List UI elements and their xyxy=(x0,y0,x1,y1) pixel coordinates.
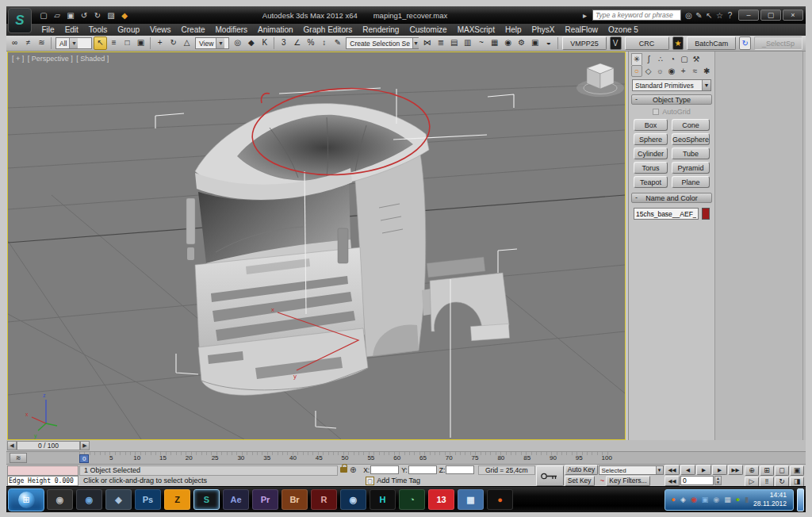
origin-tray-icon[interactable]: ● xyxy=(672,496,676,504)
undo-icon[interactable]: ↺ xyxy=(79,11,90,20)
timeline-tick[interactable]: 35 xyxy=(263,454,270,463)
after-effects-icon[interactable]: Ae xyxy=(223,489,249,510)
selection-lock-icon[interactable] xyxy=(340,467,347,473)
modify-tab-icon[interactable]: ʃ xyxy=(643,53,654,65)
menu-item[interactable]: MAXScript xyxy=(452,25,500,34)
nvidia-tray-icon[interactable]: ● xyxy=(736,496,740,504)
new-scene-icon[interactable]: ▢ xyxy=(38,11,49,20)
chevron-down-icon[interactable]: ▼ xyxy=(412,38,419,48)
show-desktop-button[interactable] xyxy=(797,488,804,511)
update-tray-icon[interactable]: ◉ xyxy=(691,496,697,504)
render-production-icon[interactable]: ◒ xyxy=(542,36,555,50)
batchcam-button[interactable]: BatchCam xyxy=(687,36,736,50)
taskbar-clock[interactable]: 14:41 28.11.2012 xyxy=(753,491,787,509)
go-to-start-button[interactable]: ◀◀ xyxy=(665,465,680,475)
listener-macro-line[interactable] xyxy=(7,465,79,476)
zoom-icon[interactable]: ⊕ xyxy=(745,465,759,476)
current-frame-field[interactable] xyxy=(680,476,714,485)
helpers-category-icon[interactable]: + xyxy=(678,65,689,77)
favorites-icon[interactable]: ☆ xyxy=(714,11,725,20)
photoshop-icon[interactable]: Ps xyxy=(135,489,161,510)
layer-manager-icon[interactable]: ▤ xyxy=(447,36,461,50)
3dsmax-taskbar-icon[interactable]: S xyxy=(193,489,220,510)
mirror-icon[interactable]: ⋈ xyxy=(420,36,434,50)
origin-icon[interactable]: ● xyxy=(487,489,513,510)
timeline-tick[interactable]: 65 xyxy=(419,454,427,463)
x-coordinate-field[interactable] xyxy=(370,465,399,474)
timeline-tick[interactable]: 55 xyxy=(367,454,374,463)
houdini-app-icon[interactable]: H xyxy=(370,489,396,510)
red-app-icon[interactable]: R xyxy=(311,489,337,510)
crc-button[interactable]: CRC xyxy=(625,36,669,50)
primitive-button[interactable]: Tube xyxy=(672,147,710,159)
set-key-button[interactable]: Set Key xyxy=(565,476,595,486)
menu-item[interactable]: Rendering xyxy=(358,25,404,34)
chevron-down-icon[interactable]: ▼ xyxy=(216,38,224,48)
track-bar[interactable]: ≋ 05101520253035404550556065707580859095… xyxy=(6,451,806,464)
open-file-icon[interactable]: ▱ xyxy=(52,11,63,20)
select-and-manipulate-icon[interactable]: ◆ xyxy=(244,36,258,50)
utilities-tab-icon[interactable]: ⚒ xyxy=(691,53,702,65)
display-tray-icon[interactable]: ▣ xyxy=(702,496,709,504)
mini-curve-editor-button[interactable]: ≋ xyxy=(10,453,27,463)
truck-cab-model[interactable] xyxy=(186,104,510,396)
snap-toggle-3d-icon[interactable]: 3 xyxy=(277,36,290,50)
create-tab-icon[interactable]: ✳ xyxy=(631,53,642,65)
timeline-tick[interactable]: 25 xyxy=(212,454,219,463)
primitive-button[interactable]: Cylinder xyxy=(634,147,668,159)
geometry-category-dropdown[interactable]: Standard Primitives▼ xyxy=(632,79,711,91)
timeline-tick[interactable]: 95 xyxy=(576,454,583,463)
primitive-button[interactable]: Torus xyxy=(634,162,668,174)
key-filters-button[interactable]: Key Filters... xyxy=(606,476,649,486)
rectangular-selection-icon[interactable]: □ xyxy=(121,36,134,50)
timeline-tick[interactable]: 30 xyxy=(237,454,244,463)
zbrush-icon[interactable]: Z xyxy=(164,489,190,510)
absolute-mode-icon[interactable]: ⊕ xyxy=(350,465,356,474)
primitive-button[interactable]: GeoSphere xyxy=(672,133,710,145)
fifa13-icon[interactable]: 13 xyxy=(428,489,454,510)
usb-tray-icon[interactable]: ▮ xyxy=(745,496,749,504)
game-screenshot-icon[interactable]: ▦ xyxy=(458,489,484,510)
close-button[interactable]: × xyxy=(783,10,803,21)
timeline-tick[interactable]: 20 xyxy=(186,454,193,463)
viewport-menu-pov[interactable]: [ Perspective ] xyxy=(28,55,73,63)
play-button[interactable]: ▶ xyxy=(696,465,711,475)
menu-item[interactable]: Graph Editors xyxy=(298,25,358,34)
primitive-button[interactable]: Teapot xyxy=(634,176,668,188)
object-color-swatch[interactable] xyxy=(702,208,710,220)
select-and-rotate-icon[interactable]: ↻ xyxy=(167,36,180,50)
spacewarps-category-icon[interactable]: ≈ xyxy=(690,65,701,77)
selection-set-key-dropdown[interactable]: Selected▼ xyxy=(599,465,664,475)
menu-item[interactable]: Ozone 5 xyxy=(603,25,644,34)
time-slider-range[interactable]: 0 / 100 xyxy=(17,441,80,450)
selection-filter-dropdown[interactable]: All▼ xyxy=(56,37,92,49)
timeline-tick[interactable]: 45 xyxy=(316,454,323,463)
minimize-button[interactable]: – xyxy=(738,10,759,21)
selection-tool-icon[interactable]: ↖ xyxy=(704,11,714,20)
time-slider[interactable]: ◀ 0 / 100 ▶ xyxy=(7,441,90,450)
menu-item[interactable]: Customize xyxy=(404,25,452,34)
auto-key-button[interactable]: Auto Key xyxy=(565,465,599,475)
angle-snap-icon[interactable]: ∠ xyxy=(290,36,304,50)
chevron-down-icon[interactable]: ▼ xyxy=(69,38,78,48)
select-and-scale-icon[interactable]: △ xyxy=(180,36,193,50)
zoom-extents-all-icon[interactable]: ▣ xyxy=(790,465,804,476)
lights-category-icon[interactable]: ☼ xyxy=(654,65,665,77)
select-object-icon[interactable]: ↖ xyxy=(94,36,107,50)
window-crossing-icon[interactable]: ▣ xyxy=(134,36,147,50)
timeline-tick[interactable]: 40 xyxy=(289,454,297,463)
timeline-tick[interactable]: 0 xyxy=(79,454,89,463)
menu-item[interactable]: Modifiers xyxy=(210,25,253,34)
infocenter-expand-icon[interactable]: ▸ xyxy=(580,11,590,20)
reference-coordinate-dropdown[interactable]: View▼ xyxy=(195,37,229,49)
menu-item[interactable]: Animation xyxy=(253,25,298,34)
perspective-viewport[interactable]: [ + ] [ Perspective ] [ Shaded ] xyxy=(7,52,626,440)
percent-snap-icon[interactable]: % xyxy=(304,36,317,50)
timeline-tick[interactable]: 90 xyxy=(550,454,557,463)
select-and-move-icon[interactable]: + xyxy=(153,36,167,50)
display-tab-icon[interactable]: ▢ xyxy=(679,53,690,65)
camera-app-icon[interactable]: ◉ xyxy=(76,489,102,510)
recorder-app-icon[interactable]: ◉ xyxy=(47,489,73,510)
chevron-down-icon[interactable]: ▼ xyxy=(656,466,663,474)
menu-item[interactable]: File xyxy=(36,25,59,34)
